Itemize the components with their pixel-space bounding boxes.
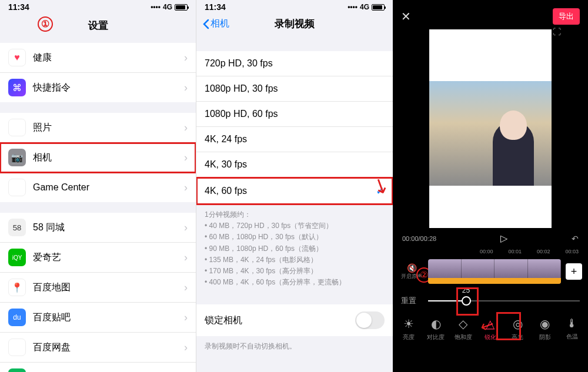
tick-label: 00:00: [480, 249, 493, 254]
status-bar: 11:34 •••• 4G: [196, 0, 393, 13]
status-bar: 11:34 •••• 4G: [0, 0, 196, 13]
option-label: 720p HD, 30 fps: [205, 58, 273, 69]
option-label: 4K, 30 fps: [205, 159, 247, 170]
status-time: 11:34: [205, 2, 226, 12]
annotation-highlight-slider: [456, 287, 479, 316]
bmap-icon: 📍: [8, 279, 26, 296]
lock-hint: 录制视频时不自动切换相机。: [196, 336, 393, 354]
back-button[interactable]: 相机: [202, 18, 229, 30]
settings-row-bwk[interactable]: 文 百度文库 ›: [0, 363, 196, 372]
sharpen-slider[interactable]: 25: [428, 300, 580, 301]
export-button[interactable]: 导出: [553, 8, 580, 25]
lock-label: 锁定相机: [205, 314, 242, 327]
camera-icon: 📷: [8, 149, 26, 166]
adjust-label: 亮度: [403, 334, 415, 340]
settings-row-photos[interactable]: ✿ 照片 ›: [0, 113, 196, 143]
close-button[interactable]: ✕: [401, 9, 411, 24]
editor-topbar: ✕ 导出: [393, 0, 588, 29]
adjust-icon: ◇: [451, 317, 476, 331]
settings-row-heart[interactable]: ♥ 健康 ›: [0, 43, 196, 73]
add-clip-button[interactable]: +: [566, 263, 582, 280]
row-label: 健康: [33, 52, 184, 64]
row-label: 百度贴吧: [33, 311, 184, 324]
chevron-right-icon: ›: [184, 182, 188, 194]
status-time: 11:34: [8, 2, 29, 12]
play-bar: 00:00/00:28 ▷ ↶: [393, 228, 588, 247]
back-label: 相机: [211, 18, 229, 30]
timeline-ticks: 00:0000:0100:0200:03: [393, 247, 588, 257]
settings-row-shortcut[interactable]: ⌘ 快捷指令 ›: [0, 73, 196, 102]
network-label: 4G: [163, 3, 172, 11]
video-editor-panel: ✕ 导出 ⛶ 00:00/00:28 ▷ ↶ 00:0000:0100:0200…: [393, 0, 588, 372]
reset-button[interactable]: 重置: [401, 296, 416, 306]
settings-row-camera[interactable]: 📷 相机 ›: [0, 143, 196, 173]
adjustment-tabs: ☀ 亮度 ◐ 对比度 ◇ 饱和度 △ 锐化 ◎ 高光 ◉ 阴影 🌡 色温: [393, 312, 588, 350]
settings-title: 设置: [88, 20, 108, 31]
shortcut-icon: ⌘: [8, 79, 26, 96]
expand-icon[interactable]: ⛶: [553, 27, 561, 36]
video-option-3[interactable]: 4K, 24 fps: [196, 127, 393, 152]
row-label: 照片: [33, 122, 184, 134]
adjust-icon: 🌡: [560, 317, 584, 330]
gc-icon: ●: [8, 179, 26, 196]
adjust-icon: ◉: [533, 317, 557, 331]
battery-icon: [175, 4, 188, 11]
adjust-阴影[interactable]: ◉ 阴影: [533, 317, 557, 341]
status-right: •••• 4G: [348, 3, 385, 11]
footnote: 1分钟视频约：• 40 MB，720p HD，30 fps（节省空间）• 60 …: [196, 205, 393, 290]
settings-row-bmap[interactable]: 📍 百度地图 ›: [0, 273, 196, 303]
bwp-icon: ☁: [8, 339, 26, 356]
chevron-right-icon: ›: [184, 252, 188, 264]
row-label: 爱奇艺: [33, 252, 184, 264]
undo-button[interactable]: ↶: [572, 234, 579, 243]
adjust-亮度[interactable]: ☀ 亮度: [396, 317, 421, 341]
settings-row-btb[interactable]: du 百度贴吧 ›: [0, 303, 196, 333]
adjust-label: 阴影: [539, 334, 551, 340]
video-option-1[interactable]: 1080p HD, 30 fps: [196, 76, 393, 102]
settings-panel: 11:34 •••• 4G ① 设置 ♥ 健康 › ⌘ 快捷指令 › ✿ 照片 …: [0, 0, 196, 372]
tick-label: 00:01: [508, 249, 522, 254]
settings-row-58[interactable]: 58 58 同城 ›: [0, 213, 196, 243]
lock-toggle[interactable]: [355, 311, 385, 329]
tick-label: 00:02: [537, 249, 550, 254]
clip-thumbnails[interactable]: [428, 259, 561, 284]
lock-camera-row[interactable]: 锁定相机: [196, 304, 393, 336]
adjust-色温[interactable]: 🌡 色温: [560, 317, 584, 341]
video-option-2[interactable]: 1080p HD, 60 fps: [196, 102, 393, 127]
audio-track: [428, 278, 561, 284]
settings-row-gc[interactable]: ● Game Center ›: [0, 173, 196, 202]
adjust-label: 色温: [566, 333, 578, 340]
settings-row-iqy[interactable]: iQY 爱奇艺 ›: [0, 243, 196, 273]
play-button[interactable]: ▷: [500, 233, 507, 244]
video-option-4[interactable]: 4K, 30 fps: [196, 152, 393, 177]
tick-label: 00:03: [565, 249, 579, 254]
video-option-0[interactable]: 720p HD, 30 fps: [196, 51, 393, 76]
chevron-right-icon: ›: [184, 152, 188, 164]
adjust-饱和度[interactable]: ◇ 饱和度: [451, 317, 476, 341]
photos-icon: ✿: [8, 119, 26, 136]
annotation-badge-1: ①: [38, 16, 53, 32]
time-display: 00:00/00:28: [402, 235, 436, 242]
annotation-highlight-sharpen: [496, 312, 521, 340]
row-label: 58 同城: [33, 222, 184, 234]
chevron-right-icon: ›: [184, 311, 188, 324]
battery-icon: [372, 4, 385, 11]
row-label: 百度网盘: [33, 341, 184, 354]
adjust-对比度[interactable]: ◐ 对比度: [423, 317, 448, 341]
chevron-right-icon: ›: [184, 82, 188, 94]
chevron-right-icon: ›: [184, 281, 188, 294]
timeline-track: ② 🔇 开启原声 +: [393, 257, 588, 287]
chevron-right-icon: ›: [184, 122, 188, 134]
58-icon: 58: [8, 219, 26, 236]
option-label: 1080p HD, 30 fps: [205, 83, 278, 94]
settings-row-bwp[interactable]: ☁ 百度网盘 ›: [0, 333, 196, 363]
chevron-right-icon: ›: [184, 341, 188, 354]
video-option-5[interactable]: 4K, 60 fps ✓: [196, 177, 393, 205]
row-label: 相机: [33, 152, 184, 164]
row-label: 百度地图: [33, 281, 184, 294]
signal-icon: ••••: [151, 3, 161, 11]
video-preview[interactable]: [429, 29, 552, 228]
option-label: 1080p HD, 60 fps: [205, 109, 278, 119]
adjust-slider-row: 重置 25: [393, 287, 588, 312]
iqy-icon: iQY: [8, 249, 26, 266]
